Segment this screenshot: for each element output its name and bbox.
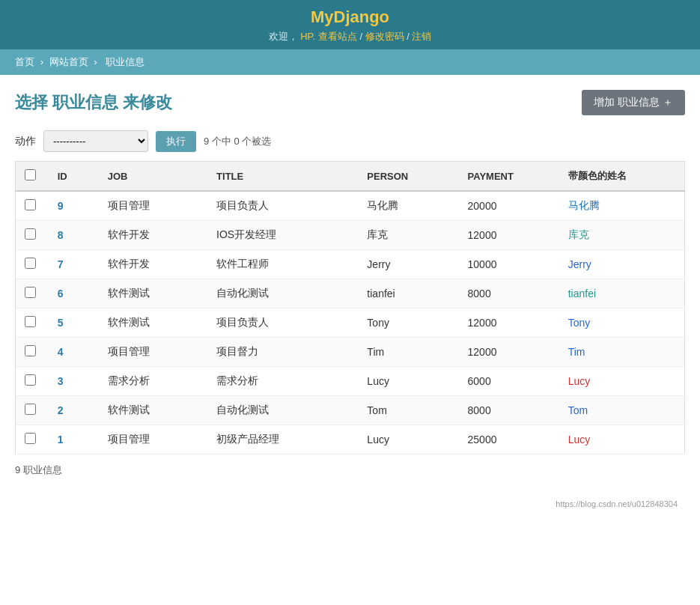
row-checkbox[interactable] (25, 316, 36, 327)
breadcrumb-sep2: › (94, 56, 100, 67)
row-id: 1 (49, 425, 99, 454)
row-person: Lucy (358, 367, 458, 396)
row-payment: 12000 (459, 338, 559, 367)
id-link[interactable]: 9 (58, 200, 64, 212)
breadcrumb-current: 职业信息 (106, 56, 144, 67)
row-id: 4 (49, 338, 99, 367)
row-checkbox[interactable] (25, 433, 36, 444)
table-row: 9 项目管理 项目负责人 马化腾 20000 马化腾 (16, 191, 685, 221)
add-button[interactable]: 增加 职业信息 ＋ (582, 90, 685, 115)
action-select[interactable]: ---------- (43, 130, 148, 152)
th-id: ID (49, 162, 99, 192)
row-person: Jerry (358, 250, 458, 279)
username-link[interactable]: HP. (300, 31, 315, 42)
row-id: 3 (49, 367, 99, 396)
row-checkbox-cell (16, 308, 49, 338)
table-row: 4 项目管理 项目督力 Tim 12000 Tim (16, 338, 685, 367)
select-all-checkbox[interactable] (25, 169, 36, 180)
row-colored-name: Tom (559, 396, 685, 425)
table-row: 2 软件测试 自动化测试 Tom 8000 Tom (16, 396, 685, 425)
row-checkbox-cell (16, 425, 49, 454)
id-link[interactable]: 2 (58, 404, 64, 416)
row-checkbox-cell (16, 338, 49, 367)
sep1: / (359, 31, 365, 42)
row-payment: 25000 (459, 425, 559, 454)
row-title: 初级产品经理 (207, 425, 358, 454)
row-payment: 8000 (459, 279, 559, 308)
row-checkbox[interactable] (25, 345, 36, 356)
breadcrumb: 首页 › 网站首页 › 职业信息 (0, 49, 700, 75)
execute-button[interactable]: 执行 (156, 131, 196, 152)
row-checkbox[interactable] (25, 228, 36, 240)
colored-name-value: Tim (568, 346, 585, 358)
row-job: 软件测试 (99, 279, 207, 308)
row-checkbox[interactable] (25, 404, 36, 415)
row-title: 软件工程师 (207, 250, 358, 279)
colored-name-value: 库克 (568, 228, 589, 240)
row-id: 7 (49, 250, 99, 279)
row-job: 软件开发 (99, 250, 207, 279)
site-title: MyDjango (0, 7, 700, 27)
action-bar: 动作 ---------- 执行 9 个中 0 个被选 (15, 130, 685, 152)
row-checkbox[interactable] (25, 258, 36, 269)
th-person: PERSON (358, 162, 458, 192)
row-person: Tim (358, 338, 458, 367)
row-checkbox[interactable] (25, 374, 36, 386)
change-password-link[interactable]: 修改密码 (365, 31, 404, 42)
row-colored-name: Tim (559, 338, 685, 367)
row-job: 软件测试 (99, 396, 207, 425)
th-title: TITLE (207, 162, 358, 192)
header: MyDjango 欢迎， HP. 查看站点 / 修改密码 / 注销 (0, 0, 700, 49)
breadcrumb-site-home[interactable]: 网站首页 (49, 56, 88, 67)
colored-name-value: Jerry (568, 258, 591, 270)
view-site-link[interactable]: 查看站点 (318, 31, 357, 42)
row-checkbox[interactable] (25, 199, 36, 210)
row-person: Tony (358, 308, 458, 338)
row-person: Lucy (358, 425, 458, 454)
row-id: 9 (49, 191, 99, 221)
id-link[interactable]: 1 (58, 434, 64, 446)
logout-link[interactable]: 注销 (412, 31, 431, 42)
table-row: 6 软件测试 自动化测试 tianfei 8000 tianfei (16, 279, 685, 308)
footer-count: 9 职业信息 (15, 463, 685, 477)
row-colored-name: Lucy (559, 425, 685, 454)
watermark: https://blog.csdn.net/u012848304 (15, 499, 685, 508)
table-header-row: ID JOB TITLE PERSON PAYMENT 带颜色的姓名 (16, 162, 685, 192)
data-table: ID JOB TITLE PERSON PAYMENT 带颜色的姓名 9 项目管… (15, 161, 685, 454)
row-payment: 20000 (459, 191, 559, 221)
row-title: 自动化测试 (207, 279, 358, 308)
welcome-text: 欢迎， (269, 31, 298, 42)
row-person: Tom (358, 396, 458, 425)
id-link[interactable]: 5 (58, 317, 64, 329)
row-checkbox[interactable] (25, 287, 36, 298)
id-link[interactable]: 7 (58, 258, 64, 270)
row-checkbox-cell (16, 396, 49, 425)
row-checkbox-cell (16, 367, 49, 396)
breadcrumb-sep1: › (40, 56, 46, 67)
th-checkbox (16, 162, 49, 192)
table-body: 9 项目管理 项目负责人 马化腾 20000 马化腾 8 软件开发 IOS开发经… (16, 191, 685, 454)
table-row: 7 软件开发 软件工程师 Jerry 10000 Jerry (16, 250, 685, 279)
row-person: tianfei (358, 279, 458, 308)
row-title: 项目督力 (207, 338, 358, 367)
row-colored-name: 马化腾 (559, 191, 685, 221)
colored-name-value: Tony (568, 317, 591, 329)
action-label: 动作 (15, 135, 36, 148)
id-link[interactable]: 4 (58, 346, 64, 358)
row-payment: 6000 (459, 367, 559, 396)
breadcrumb-home[interactable]: 首页 (15, 56, 34, 67)
id-link[interactable]: 6 (58, 288, 64, 300)
table-row: 1 项目管理 初级产品经理 Lucy 25000 Lucy (16, 425, 685, 454)
main-content: 选择 职业信息 来修改 增加 职业信息 ＋ 动作 ---------- 执行 9… (0, 75, 700, 523)
id-link[interactable]: 8 (58, 229, 64, 241)
row-payment: 12000 (459, 221, 559, 250)
row-checkbox-cell (16, 250, 49, 279)
colored-name-value: Lucy (568, 434, 591, 446)
th-colored-name: 带颜色的姓名 (559, 162, 685, 192)
row-id: 2 (49, 396, 99, 425)
table-row: 3 需求分析 需求分析 Lucy 6000 Lucy (16, 367, 685, 396)
id-link[interactable]: 3 (58, 375, 64, 387)
row-job: 项目管理 (99, 191, 207, 221)
row-job: 软件开发 (99, 221, 207, 250)
th-payment: PAYMENT (459, 162, 559, 192)
